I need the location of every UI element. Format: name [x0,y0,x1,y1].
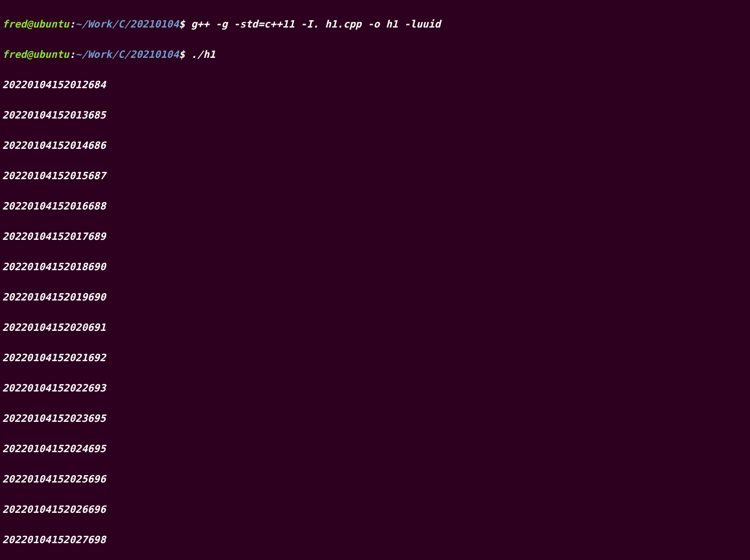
output-line: 20220104152018690 [2,259,748,274]
output-line: 20220104152027698 [2,532,748,547]
prompt-line-2: fred@ubuntu:~/Work/C/20210104$ ./h1 [2,47,748,62]
output-line: 20220104152025696 [2,471,748,486]
working-directory: ~/Work/C/20210104 [75,18,179,30]
output-line: 20220104152015687 [2,168,748,183]
output-line: 20220104152020691 [2,320,748,335]
command-text: ./h1 [191,48,215,60]
output-line: 20220104152023695 [2,411,748,426]
command-text: g++ -g -std=c++11 -I. h1.cpp -o h1 -luui… [191,18,440,30]
output-line: 20220104152012684 [2,77,748,92]
output-line: 20220104152013685 [2,107,748,122]
output-line: 20220104152026696 [2,502,748,517]
output-line: 20220104152019690 [2,289,748,304]
output-line: 20220104152024695 [2,441,748,456]
working-directory: ~/Work/C/20210104 [75,48,179,60]
user-host: fred@ubuntu [2,48,69,60]
user-host: fred@ubuntu [2,18,69,30]
prompt-dollar: $ [179,18,191,30]
output-line: 20220104152014686 [2,138,748,153]
prompt-dollar: $ [179,48,191,60]
prompt-line-1: fred@ubuntu:~/Work/C/20210104$ g++ -g -s… [2,16,748,31]
output-line: 20220104152017689 [2,229,748,244]
output-line: 20220104152022693 [2,380,748,395]
prompt-colon: : [69,48,75,60]
prompt-colon: : [69,18,75,30]
output-line: 20220104152021692 [2,350,748,365]
output-line: 20220104152016688 [2,198,748,213]
terminal-window[interactable]: fred@ubuntu:~/Work/C/20210104$ g++ -g -s… [2,1,748,560]
